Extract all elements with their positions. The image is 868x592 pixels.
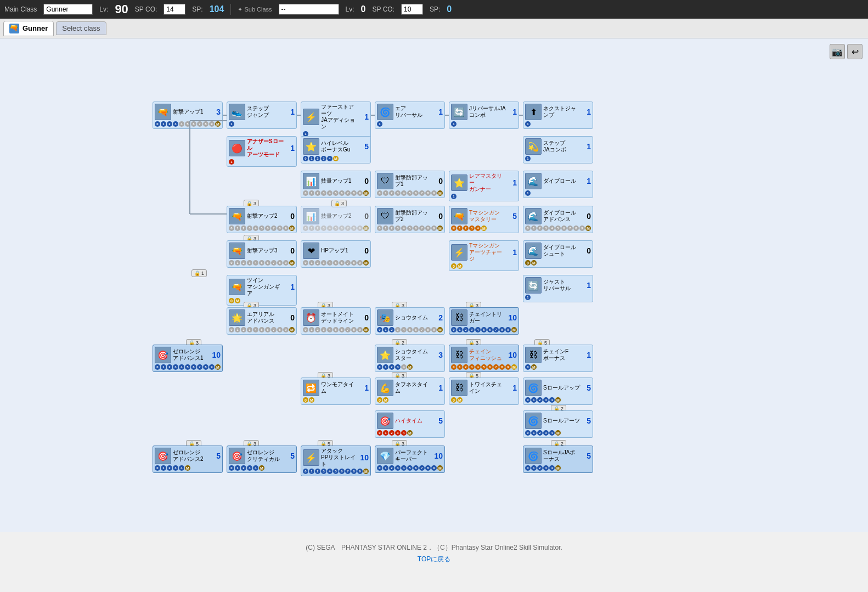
- tab-select-label: Select class: [62, 24, 100, 32]
- node-just-reversal[interactable]: 🔄 ジャストリバーサル 1 1: [523, 275, 593, 302]
- main-lv-value: 90: [115, 2, 128, 16]
- node-sroll-up[interactable]: 🌀 Sロールアップ 5 0 1 2 3 4 M: [523, 377, 593, 405]
- skill-icon-zero-range-critical: 🎯: [229, 448, 245, 464]
- node-chain-f-bonus[interactable]: ⛓ チェインFボーナス 1 0 M: [523, 345, 593, 372]
- node-zero-range-critical[interactable]: 🎯 ゼロレンジクリティカル 5 0 1 2 3 4 M: [227, 446, 297, 473]
- node-sroll-ja-bonus[interactable]: 🌀 SロールJAボーナス 5 0 1 2 3 4 M: [523, 446, 593, 473]
- node-air-reversal[interactable]: 🌀 エアリバーサル 1 1: [375, 102, 445, 129]
- main-content: 📷 ↩ 🔫 射撃アップ1 3 0 1 2 3 4 5 6 7 8: [0, 38, 868, 532]
- skill-icon-shot-def-up1: 🛡: [377, 173, 393, 189]
- node-attack-pp-listrate[interactable]: ⚡ アタックPPリストレイト 10 0 1 2 3 4 5 6 7 8 9 M: [301, 446, 371, 476]
- node-tmg-mastery[interactable]: 🔫 Tマシンガンマスタリー 5 B 1 2 3 4 M: [449, 206, 519, 233]
- node-chain-trigger[interactable]: ⛓ チェイントリガー 10 0 1 2 3 4 5 6 7 8 9 M: [449, 307, 519, 335]
- node-one-more-time[interactable]: 🔁 ワンモアタイム 1 0 M: [301, 377, 371, 405]
- main-sp-label: SP:: [192, 5, 202, 13]
- skill-icon-attack-pp-listrate: ⚡: [303, 449, 319, 466]
- skill-icon-chain-finish: ⛓: [451, 347, 467, 363]
- tabbar: 🔫 Gunner Select class: [0, 19, 868, 38]
- skill-icon-rare-mastery-gunner: ⭐: [451, 174, 467, 191]
- sub-class-input[interactable]: [279, 4, 339, 15]
- toolbar-icons: 📷 ↩: [830, 44, 863, 59]
- node-shooting-up3[interactable]: 🔫 射撃アップ3 0 0 1 2 3 4 5 6 7 8 9 M: [227, 240, 297, 268]
- node-shot-def-up2[interactable]: 🛡 射撃防部アップ2 0 0 1 2 3 4 5 6 7 8 9 M: [375, 206, 445, 233]
- main-class-input[interactable]: [43, 4, 93, 15]
- node-automate-deadline[interactable]: ⏰ オートメイトデッドライン 0 0 1 2 3 4 5 6 7 8 9 M: [301, 307, 371, 335]
- skill-icon-one-more-time: 🔁: [303, 380, 319, 396]
- skill-icon-aerial-advance: 🌟: [229, 309, 245, 326]
- node-aerial-advance[interactable]: 🌟 エアリアルアドバンス 0 0 1 2 3 4 5 6 7 8 9 M: [227, 307, 297, 335]
- skill-icon-dive-roll: 🌊: [525, 173, 542, 189]
- node-dex-up1[interactable]: 📊 技量アップ1 0 0 1 2 3 4 5 6 7 8 9 M: [301, 171, 371, 198]
- node-dive-roll-advance[interactable]: 🌊 ダイブロールアドバンス 0 0 1 2 3 4 5 6 7 8 9 M: [523, 206, 593, 233]
- skill-icon-dive-roll-shoot: 🌊: [525, 243, 542, 259]
- sub-spco-label: SP CO:: [373, 5, 394, 13]
- node-hp-up1[interactable]: ❤ HPアップ1 0 0 1 2 3 4 5 6 7 8 9 M: [301, 240, 371, 268]
- sub-class-prefix: ✦ Sub Class: [238, 6, 272, 13]
- node-next-jump[interactable]: ⬆ ネクストジャンプ 1 1: [523, 102, 593, 129]
- node-tmg-arts-charge[interactable]: ⚡ Tマシンガンアーツチャージ 1 0 M: [449, 240, 519, 271]
- node-step-ja-combo[interactable]: 💫 ステップJAコンボ 1 1: [523, 136, 593, 163]
- node-perfect-keeper[interactable]: 💎 パーフェクトキーパー 10 0 1 2 3 4 5 6 7 8 9 M: [375, 446, 445, 473]
- camera-icon: 📷: [832, 47, 843, 57]
- skill-icon-dex-up1: 📊: [303, 173, 319, 189]
- skill-icon-chain-trigger: ⛓: [451, 309, 467, 326]
- node-first-arts-ja[interactable]: ⚡ ファーストアーツJAアディション 1 1: [301, 102, 371, 139]
- node-shooting-up2[interactable]: 🔫 射撃アップ2 0 0 1 2 3 4 5 6 7 8 9 M: [227, 206, 297, 233]
- skill-icon-first-arts-ja: ⚡: [303, 109, 319, 125]
- skill-icon-high-time: 🎯: [377, 413, 393, 429]
- node-zero-range-advance2[interactable]: 🎯 ゼロレンジアドバンス2 5 0 1 2 3 4 M: [153, 446, 223, 473]
- node-dive-roll-shoot[interactable]: 🌊 ダイブロールシュート 0 0 M: [523, 240, 593, 268]
- prereq-twin-mg: 🔒1: [191, 269, 207, 277]
- node-shot-def-up1[interactable]: 🛡 射撃防部アップ1 0 0 1 2 3 4 5 6 7 8 9 M: [375, 171, 445, 198]
- node-tough-time[interactable]: 💪 タフネスタイム 1 0 M: [375, 377, 445, 405]
- node-highlevel-bonus-gu[interactable]: ⭐ ハイレベルボーナスGu 5 0 1 2 3 4 M: [301, 136, 371, 163]
- footer-text: (C) SEGA PHANTASY STAR ONLINE 2．（C）Phant…: [306, 544, 562, 551]
- node-twin-mg-gear[interactable]: 🔫 ツインマシンガンギア 1 0 M: [227, 275, 297, 306]
- node-sroll-arts[interactable]: 🌀 Sロールアーツ 5 0 1 2 3 4 M: [523, 410, 593, 438]
- main-spco-input[interactable]: [164, 4, 185, 15]
- tab-select-class[interactable]: Select class: [56, 21, 106, 35]
- skill-icon-perfect-keeper: 💎: [377, 448, 393, 464]
- skill-icon-another-sroll: 🔴: [229, 140, 245, 156]
- node-showtime[interactable]: 🎭 ショウタイム 2 0 1 2 3 4 5 6 7 8 9 M: [375, 307, 445, 335]
- skill-icon-shooting-up3: 🔫: [229, 243, 245, 259]
- skill-icon-zero-range-advance1: 🎯: [155, 347, 171, 363]
- divider: [230, 4, 231, 15]
- skill-icon-dive-roll-advance: 🌊: [525, 208, 542, 224]
- node-high-time[interactable]: 🎯 ハイタイム 5 0 1 2 3 4 M: [375, 410, 445, 438]
- undo-button[interactable]: ↩: [847, 44, 863, 59]
- sub-sp-label: SP:: [430, 5, 440, 13]
- footer: (C) SEGA PHANTASY STAR ONLINE 2．（C）Phant…: [0, 532, 868, 575]
- sub-lv-label: Lv:: [346, 5, 354, 13]
- skill-icon-twin-mg-gear: 🔫: [229, 279, 245, 295]
- node-rare-mastery-gunner[interactable]: ⭐ レアマスタリーガンナー 1 1: [449, 171, 519, 201]
- main-spco-label: SP CO:: [135, 5, 157, 13]
- node-showtime-star[interactable]: ⭐ ショウタイムスター 3 0 1 2 3 4 M: [375, 345, 445, 372]
- skill-icon-just-reversal: 🔄: [525, 277, 542, 294]
- topbar: Main Class Lv: 90 SP CO: SP: 104 ✦ Sub C…: [0, 0, 868, 19]
- node-dex-up2[interactable]: 📊 技量アップ2 0 0 1 2 3 4 5 6 7 8 9 M: [301, 206, 371, 233]
- node-another-sroll[interactable]: 🔴 アナザーSロールアーツモード 1 1: [227, 136, 297, 167]
- sub-sp-value: 0: [447, 4, 452, 14]
- skill-icon-step-ja-combo: 💫: [525, 138, 542, 155]
- skill-icon-showtime: 🎭: [377, 309, 393, 326]
- skill-icon-shot-def-up2: 🛡: [377, 208, 393, 224]
- tab-gunner[interactable]: 🔫 Gunner: [3, 21, 54, 36]
- skill-icon-hp-up1: ❤: [303, 243, 319, 259]
- skill-icon-air-reversal: 🌀: [377, 104, 393, 120]
- node-dive-roll[interactable]: 🌊 ダイブロール 1 1: [523, 171, 593, 198]
- main-class-label: Main Class: [4, 5, 37, 13]
- node-shooting-up1[interactable]: 🔫 射撃アップ1 3 0 1 2 3 4 5 6 7 8 9 M: [153, 102, 223, 129]
- tab-gunner-label: Gunner: [22, 24, 48, 32]
- sub-spco-input[interactable]: [401, 4, 423, 15]
- skill-icon-highlevel-bonus-gu: ⭐: [303, 138, 319, 155]
- node-zero-range-advance1[interactable]: 🎯 ゼロレンジアドバンス1 10 0 1 2 3 4 5 6 7 8 9 M: [153, 345, 223, 372]
- node-chain-finish[interactable]: ⛓ チェインフィニッシュ 10 0 1 2 3 4 5 6 7 8 9 M: [449, 345, 519, 372]
- top-link[interactable]: TOPに戻る: [11, 555, 857, 564]
- camera-button[interactable]: 📷: [830, 44, 845, 59]
- node-j-reversal-ja[interactable]: 🔄 JリバーサルJAコンボ 1 1: [449, 102, 519, 129]
- main-sp-value: 104: [210, 4, 224, 14]
- skill-icon-automate-deadline: ⏰: [303, 309, 319, 326]
- node-twice-chain[interactable]: ⛓ トワイスチェイン 1 0 M: [449, 377, 519, 405]
- node-step-jump[interactable]: 👟 ステップジャンプ 1 1: [227, 102, 297, 129]
